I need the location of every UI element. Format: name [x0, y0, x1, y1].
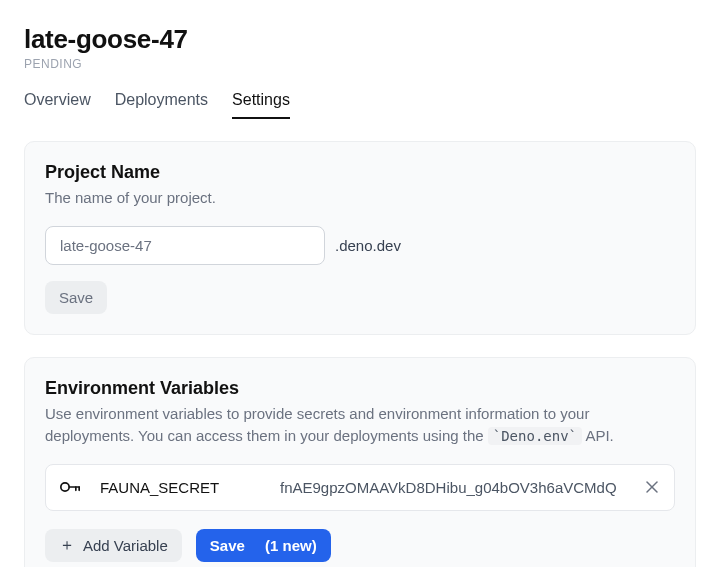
key-icon	[60, 480, 80, 494]
env-vars-heading: Environment Variables	[45, 378, 675, 399]
tab-settings[interactable]: Settings	[232, 91, 290, 119]
env-desc-code: `Deno.env`	[488, 427, 582, 445]
tab-deployments[interactable]: Deployments	[115, 91, 208, 119]
page-title: late-goose-47	[24, 24, 696, 55]
project-name-input[interactable]	[45, 226, 325, 265]
plus-icon: ＋	[59, 537, 75, 553]
status-badge: PENDING	[24, 57, 696, 71]
tabs: Overview Deployments Settings	[24, 91, 696, 119]
save-env-label: Save	[210, 537, 245, 554]
save-env-button[interactable]: Save (1 new)	[196, 529, 331, 562]
save-env-count: (1 new)	[265, 537, 317, 554]
project-name-heading: Project Name	[45, 162, 675, 183]
env-vars-card: Environment Variables Use environment va…	[24, 357, 696, 568]
env-desc-post: API.	[582, 427, 614, 444]
save-project-name-button[interactable]: Save	[45, 281, 107, 314]
svg-point-0	[61, 483, 69, 491]
env-var-name[interactable]: FAUNA_SECRET	[100, 479, 260, 496]
add-variable-label: Add Variable	[83, 537, 168, 554]
env-var-row: FAUNA_SECRET fnAE9gpzOMAAVkD8DHibu_g04bO…	[45, 464, 675, 511]
env-var-value[interactable]: fnAE9gpzOMAAVkD8DHibu_g04bOV3h6aVCMdQ	[280, 479, 624, 496]
domain-suffix: .deno.dev	[335, 237, 401, 254]
tab-overview[interactable]: Overview	[24, 91, 91, 119]
remove-var-button[interactable]	[644, 479, 660, 495]
add-variable-button[interactable]: ＋ Add Variable	[45, 529, 182, 562]
project-name-desc: The name of your project.	[45, 187, 675, 210]
project-name-card: Project Name The name of your project. .…	[24, 141, 696, 335]
env-vars-desc: Use environment variables to provide sec…	[45, 403, 675, 448]
